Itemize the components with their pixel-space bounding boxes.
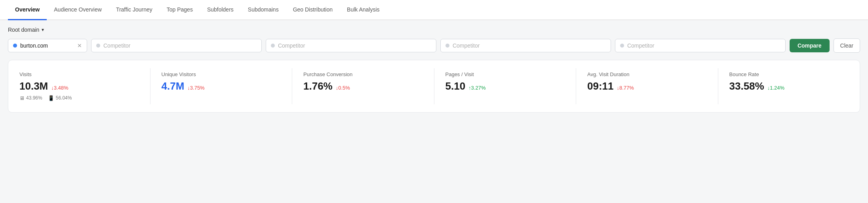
content-area: Root domain ▾ burton.com ✕ Competitor Co…: [0, 20, 868, 119]
stat-item-2: Purchase Conversion1.76%↓0.5%: [292, 68, 434, 104]
nav-item-traffic-journey[interactable]: Traffic Journey: [109, 0, 160, 20]
stats-card: Visits10.3M↓3.48%🖥 43.96%📱 56.04%Unique …: [8, 60, 860, 113]
stat-change-0: ↓3.48%: [51, 85, 68, 91]
nav-item-geo-distribution[interactable]: Geo Distribution: [286, 0, 340, 20]
clear-button[interactable]: Clear: [834, 38, 860, 53]
stat-label-0: Visits: [19, 71, 139, 77]
stat-change-2: ↓0.5%: [336, 85, 350, 91]
root-domain-selector[interactable]: Root domain ▾: [8, 27, 860, 33]
stat-value-5: 33.58%: [729, 80, 764, 92]
nav-item-top-pages[interactable]: Top Pages: [160, 0, 200, 20]
compare-button[interactable]: Compare: [790, 39, 830, 52]
stat-value-row-2: 1.76%↓0.5%: [303, 80, 423, 92]
root-domain-label: Root domain: [8, 27, 39, 33]
stat-label-5: Bounce Rate: [729, 71, 849, 77]
stat-value-4: 09:11: [587, 80, 614, 92]
competitor-field-2[interactable]: Competitor: [266, 39, 436, 52]
stat-change-3: ↑3.27%: [468, 85, 485, 91]
mobile-icon: 📱: [48, 95, 54, 101]
domain-value: burton.com: [20, 42, 74, 49]
nav-item-subdomains[interactable]: Subdomains: [241, 0, 286, 20]
nav-item-bulk-analysis[interactable]: Bulk Analysis: [340, 0, 386, 20]
desktop-stat: 🖥 43.96%: [19, 95, 42, 101]
competitor-dot-1: [96, 44, 100, 48]
stat-value-row-4: 09:11↓8.77%: [587, 80, 707, 92]
nav-bar: OverviewAudience OverviewTraffic Journey…: [0, 0, 868, 20]
stat-value-row-5: 33.58%↓1.24%: [729, 80, 849, 92]
competitor-dot-2: [271, 44, 275, 48]
competitor-dot-4: [620, 44, 624, 48]
stat-item-4: Avg. Visit Duration09:11↓8.77%: [576, 68, 718, 104]
nav-item-overview[interactable]: Overview: [8, 0, 47, 20]
stat-change-4: ↓8.77%: [617, 85, 634, 91]
stat-value-row-3: 5.10↑3.27%: [445, 80, 565, 92]
search-row: burton.com ✕ Competitor Competitor Compe…: [8, 38, 860, 53]
competitor-field-4[interactable]: Competitor: [615, 39, 786, 52]
stat-value-0: 10.3M: [19, 80, 48, 92]
stat-value-3: 5.10: [445, 80, 466, 92]
domain-dot-icon: [13, 44, 17, 48]
domain-field[interactable]: burton.com ✕: [8, 39, 87, 52]
competitor-dot-3: [445, 44, 449, 48]
nav-item-audience-overview[interactable]: Audience Overview: [47, 0, 109, 20]
stat-item-1: Unique Visitors4.7M↓3.75%: [150, 68, 293, 104]
stat-change-5: ↓1.24%: [767, 85, 784, 91]
competitor-field-1[interactable]: Competitor: [91, 39, 262, 52]
competitor-field-3[interactable]: Competitor: [440, 39, 611, 52]
stat-value-row-1: 4.7M↓3.75%: [162, 80, 281, 92]
stat-sub-0: 🖥 43.96%📱 56.04%: [19, 95, 139, 101]
stat-label-1: Unique Visitors: [162, 71, 281, 77]
competitor-placeholder-4: Competitor: [627, 42, 654, 49]
stat-change-1: ↓3.75%: [187, 85, 204, 91]
desktop-icon: 🖥: [19, 95, 25, 101]
stat-item-3: Pages / Visit5.10↑3.27%: [434, 68, 577, 104]
competitor-placeholder-3: Competitor: [453, 42, 480, 49]
stat-label-4: Avg. Visit Duration: [587, 71, 707, 77]
stat-item-5: Bounce Rate33.58%↓1.24%: [718, 68, 860, 104]
close-domain-icon[interactable]: ✕: [77, 43, 82, 48]
app-container: OverviewAudience OverviewTraffic Journey…: [0, 0, 868, 203]
stat-item-0: Visits10.3M↓3.48%🖥 43.96%📱 56.04%: [8, 68, 150, 104]
mobile-stat: 📱 56.04%: [48, 95, 72, 101]
stat-label-2: Purchase Conversion: [303, 71, 423, 77]
stat-value-row-0: 10.3M↓3.48%: [19, 80, 139, 92]
stat-value-2: 1.76%: [303, 80, 333, 92]
competitor-placeholder-1: Competitor: [103, 42, 130, 49]
chevron-down-icon: ▾: [42, 27, 44, 33]
stat-value-1: 4.7M: [162, 80, 185, 92]
nav-item-subfolders[interactable]: Subfolders: [200, 0, 241, 20]
stat-label-3: Pages / Visit: [445, 71, 565, 77]
competitor-placeholder-2: Competitor: [278, 42, 305, 49]
